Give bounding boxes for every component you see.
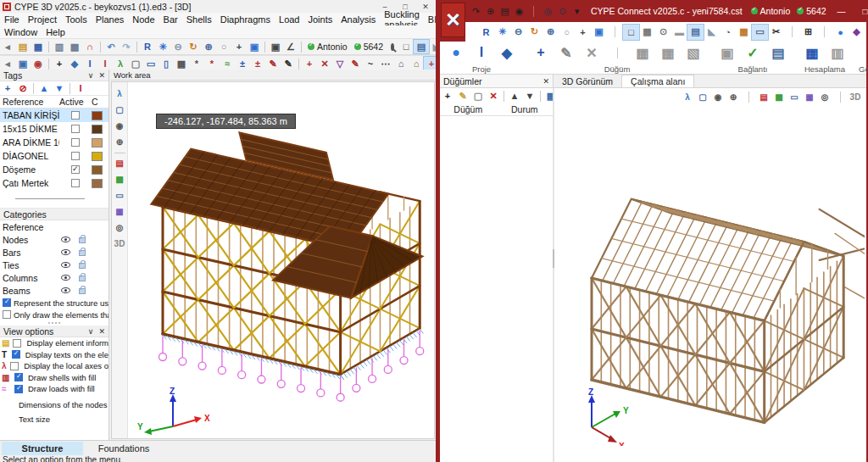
bar-delete-icon[interactable]: I [97,57,113,70]
materials-icon[interactable]: ◆ [849,25,865,40]
separator[interactable] [604,42,630,63]
grid-icon[interactable]: ▦ [174,57,189,70]
gear-icon[interactable] [863,42,868,63]
minimize-button[interactable]: — [830,7,854,16]
eye-slash-icon[interactable]: ◎ [817,90,832,103]
separator[interactable] [97,40,103,53]
eye-icon[interactable] [61,237,70,242]
tag-color-swatch[interactable] [92,138,103,148]
view-option-row[interactable]: ≈ Draw loads with fill [0,383,108,395]
undo-icon[interactable]: ↶ [103,40,119,53]
house-alt-icon[interactable]: ⌂ [409,57,424,70]
refresh-view-icon[interactable]: ↻ [526,25,542,40]
window-views-icon[interactable]: ▣ [15,57,31,70]
load-down-icon[interactable]: ± [235,57,250,70]
add-node-icon[interactable]: + [440,89,455,103]
zoom-previous-icon[interactable]: ⊖ [510,25,526,40]
separator[interactable] [298,40,304,53]
lock-icon[interactable] [79,288,86,294]
eye-icon[interactable] [61,249,70,255]
lock-icon[interactable] [79,263,86,269]
right-canvas[interactable]: λ▢◉⊕▤▩▭▦◎3D Z Y X [554,88,866,462]
move-down-icon[interactable]: ▼ [52,81,67,95]
calendar-icon[interactable]: ▦ [736,25,752,40]
lock-icon[interactable] [79,276,86,281]
move-view-icon[interactable]: + [231,40,247,53]
separator[interactable] [134,40,140,53]
menu-item[interactable]: Tools [61,14,92,25]
view-option-row[interactable]: ▤ Display element inform [0,337,108,349]
connection-check-icon[interactable]: ✓ [740,42,765,63]
menu-item[interactable]: Node [128,14,159,25]
session-badge[interactable]: 5642 [797,6,826,16]
render-icon[interactable]: ⊙ [555,5,570,18]
add-tag-icon[interactable]: + [0,81,15,95]
lock-icon[interactable] [79,250,86,256]
text-size-label[interactable]: Text size [0,409,108,424]
rotate-view-icon[interactable]: R [140,40,155,53]
maximize-button[interactable]: □ [854,7,868,16]
generate-loads-icon[interactable]: ≈ [220,57,235,70]
eye-icon[interactable]: ◉ [113,118,127,134]
rotate-view-icon[interactable]: R [478,25,494,40]
view-option-checkbox[interactable] [14,385,23,393]
globe-icon[interactable]: ● [832,25,849,40]
view-3d-icon[interactable]: 3D [113,236,127,252]
zoom-window-icon[interactable]: ⊕ [201,40,216,53]
frame-icon[interactable]: □ [398,40,414,53]
separator[interactable] [784,25,800,40]
refresh-view-icon[interactable]: ↻ [186,40,201,53]
menu-item[interactable]: Joints [304,14,337,25]
separator[interactable] [741,90,756,103]
delete-tag-icon[interactable]: ⊘ [15,81,31,95]
overflow-left-icon[interactable]: ◂ [0,57,15,70]
tag-row[interactable]: 15x15 DİKME [0,122,108,136]
scissors-icon[interactable]: ✂ [768,25,784,40]
separator[interactable] [537,89,543,103]
user-badge[interactable]: Antonio [308,42,348,52]
only-draw-elements-option[interactable]: Only draw the elements that in [0,309,108,320]
node-add-icon[interactable]: + [302,57,317,70]
close-panel-icon[interactable]: ✕ [98,327,105,336]
copy-node-icon[interactable]: ▢ [470,89,486,103]
menu-item[interactable]: Window [0,27,42,37]
dimension-icon[interactable]: ▤ [687,25,704,40]
search-icon[interactable] [391,43,394,51]
menu-item[interactable]: File [0,14,24,25]
bottom-tab[interactable]: Foundations [83,442,164,455]
represent-structure-option[interactable]: Represent the structure using la [0,297,108,309]
move-view-icon[interactable]: + [575,25,591,40]
node-assign-icon[interactable]: ▧ [681,42,706,63]
close-panel-icon[interactable]: ✕ [98,71,105,80]
edit-node-icon[interactable]: ✎ [455,89,470,103]
node-edit-icon[interactable]: ✎ [554,42,579,63]
delete-node-icon[interactable]: ✕ [486,89,501,103]
tag-color-swatch[interactable] [92,179,103,188]
magnet-icon[interactable]: ∩ [82,40,97,53]
delete-icon[interactable]: ✕ [317,57,332,70]
project-beam-icon[interactable]: I [469,42,494,63]
load-up-icon[interactable]: ± [250,57,265,70]
node-delete-icon[interactable]: * [204,57,220,70]
measure-bar-icon[interactable]: ▬ [671,25,687,40]
separator[interactable] [607,25,623,40]
view-option-row[interactable]: T Display texts on the ele [0,349,108,361]
plane-edit-icon[interactable]: ◆ [67,57,82,70]
export-icon[interactable]: ◉ [512,5,526,18]
move-up-icon[interactable]: ▲ [507,89,522,103]
collapse-chevron-icon[interactable]: ∨ [88,327,94,336]
eye-icon[interactable] [61,287,70,293]
user-badge[interactable]: Antonio [751,6,791,16]
axes-icon[interactable]: λ [113,86,127,102]
cype-connect-app-icon[interactable]: ✕ [441,3,465,37]
separator[interactable] [832,90,848,103]
separator[interactable] [262,40,268,53]
separator[interactable] [296,57,302,70]
dots-icon[interactable]: ⋯ [378,57,393,70]
tags-splitter[interactable] [0,190,108,209]
separator[interactable] [46,57,52,70]
menu-item[interactable]: Diaphragms [216,14,275,25]
shell-icon[interactable]: ▽ [332,57,348,70]
view-option-row[interactable]: λ Display the local axes o [0,360,108,372]
sheet-icon[interactable]: ▥ [52,40,67,53]
